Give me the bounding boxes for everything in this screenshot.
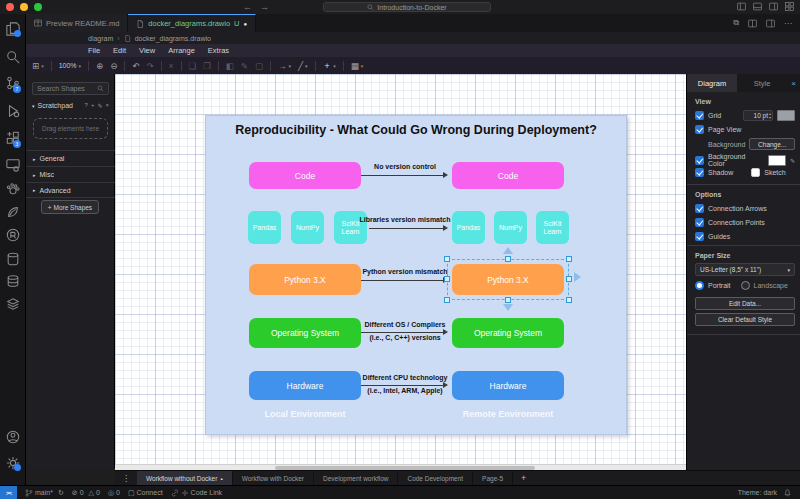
undo-button[interactable]: ↶ [132, 61, 139, 71]
zoom-window-button[interactable] [34, 3, 42, 11]
grid-size-input[interactable]: 10 pt ▴▾ [743, 110, 773, 121]
menu-arrange[interactable]: Arrange [168, 46, 195, 55]
selection-handle[interactable] [444, 276, 450, 282]
page-tab-workflow-with-docker[interactable]: Workflow with Docker [233, 471, 314, 485]
edge-python[interactable] [361, 280, 443, 281]
ports-item[interactable]: ◎ 0 [108, 489, 120, 497]
redo-button[interactable]: ↷ [146, 61, 153, 71]
search-icon[interactable] [6, 50, 20, 64]
open-changes-icon[interactable]: ⧉ [733, 18, 739, 28]
node-scikit-remote[interactable]: SciKit Learn [536, 211, 569, 244]
history-forward-icon[interactable]: → [260, 2, 269, 12]
r-language-icon[interactable] [6, 228, 20, 242]
zoom-in-button[interactable]: ⊕ [96, 61, 103, 71]
background-color-checkbox[interactable] [695, 156, 704, 165]
split-editor-icon[interactable] [748, 19, 757, 28]
edit-color-pencil-icon[interactable]: ✎ [790, 157, 795, 164]
menu-extras[interactable]: Extras [208, 46, 229, 55]
selection-handle[interactable] [566, 256, 572, 262]
scratchpad-add-icon[interactable]: + [91, 102, 95, 109]
storage-icon[interactable] [6, 274, 20, 288]
command-center-search[interactable]: Introduction-to-Docker [323, 2, 491, 12]
to-back-button[interactable]: ❐ [203, 61, 211, 71]
direction-arrow-right-icon[interactable] [574, 272, 586, 282]
add-page-button[interactable]: + [513, 471, 534, 485]
close-panel-icon[interactable]: × [791, 74, 800, 92]
selection-handle[interactable] [505, 256, 511, 262]
theme-item[interactable]: Theme: dark [738, 489, 777, 496]
breadcrumb-folder[interactable]: diagram [88, 35, 113, 42]
change-background-button[interactable]: Change... [749, 138, 795, 150]
grid-color-swatch[interactable] [777, 110, 795, 121]
database-icon[interactable] [6, 252, 20, 266]
page-tab-development-workflow[interactable]: Development workflow [314, 471, 398, 485]
tab-diagram[interactable]: Diagram [687, 74, 737, 92]
edge-label-python[interactable]: Python version mismatch [347, 268, 463, 275]
paper-size-select[interactable]: US-Letter (8,5" x 11") ▾ [695, 263, 795, 276]
breadcrumb-file[interactable]: docker_diagrams.drawio [135, 35, 211, 42]
scratchpad-edit-icon[interactable]: ✎ [97, 102, 102, 109]
section-general[interactable]: ▸ General [26, 150, 115, 166]
landscape-radio[interactable] [741, 281, 750, 290]
selection-handle[interactable] [505, 297, 511, 303]
page-tab-page-5[interactable]: Page-5 [473, 471, 513, 485]
edge-libraries[interactable] [369, 228, 443, 229]
node-python-local[interactable]: Python 3.X [249, 264, 361, 295]
layers-icon[interactable] [6, 297, 20, 311]
connection-style-dropdown[interactable]: →▾ [278, 61, 291, 71]
section-misc[interactable]: ▸ Misc [26, 166, 115, 182]
edge-label-hardware-line1[interactable]: Different CPU technology [345, 374, 465, 381]
spin-down-icon[interactable]: ▾ [769, 116, 771, 119]
account-icon[interactable] [6, 430, 20, 444]
edge-label-os-line1[interactable]: Different OS / Compliers [345, 321, 465, 328]
tab-preview-readme[interactable]: Preview README.md [26, 14, 128, 32]
edge-label-libraries[interactable]: Libraries version mismatch [342, 216, 468, 223]
tab-docker-diagrams-drawio[interactable]: docker_diagrams.drawio U ● [128, 14, 256, 32]
diagram-page[interactable]: Reproducibility - What Could Go Wrong Du… [205, 115, 627, 435]
node-numpy-remote[interactable]: NumPy [494, 211, 527, 244]
toggle-secondary-sidebar-icon[interactable] [769, 2, 778, 11]
page-view-checkbox[interactable] [695, 125, 704, 134]
shadow-button[interactable]: ▢ [255, 61, 263, 71]
insert-dropdown[interactable]: ＋▾ [323, 60, 336, 72]
node-hardware-remote[interactable]: Hardware [452, 371, 564, 400]
grid-checkbox[interactable] [695, 111, 704, 120]
run-debug-icon[interactable] [6, 104, 20, 118]
edge-os[interactable] [361, 332, 443, 333]
view-dropdown-button[interactable]: ⊞▾ [32, 61, 44, 71]
selection-handle[interactable] [566, 276, 572, 282]
edge-label-hardware-line2[interactable]: (i.e., Intel, ARM, Apple) [345, 387, 465, 394]
waypoint-style-dropdown[interactable]: ╱▾ [298, 61, 308, 71]
scratchpad-dropzone[interactable]: Drag elements here [33, 118, 108, 139]
tab-style[interactable]: Style [737, 74, 787, 92]
scratchpad-header[interactable]: ▾ Scratchpad ? + ✎ × [32, 102, 109, 109]
selection-handle[interactable] [566, 297, 572, 303]
edge-label-os-line2[interactable]: (i.e., C, C++) versions [345, 334, 465, 341]
direction-arrow-up-icon[interactable] [503, 242, 513, 254]
clear-default-style-button[interactable]: Clear Default Style [695, 313, 795, 326]
connection-arrows-checkbox[interactable] [695, 204, 704, 213]
sketch-checkbox[interactable] [751, 168, 760, 177]
selection-handle[interactable] [444, 256, 450, 262]
background-color-swatch[interactable] [768, 155, 786, 166]
selection-handle[interactable] [444, 297, 450, 303]
edit-data-button[interactable]: Edit Data... [695, 297, 795, 310]
sync-icon[interactable]: ↻ [58, 489, 64, 497]
scratchpad-help-icon[interactable]: ? [85, 102, 88, 109]
toggle-panel-icon[interactable] [753, 2, 762, 11]
notifications-bell-icon[interactable] [783, 488, 792, 497]
editor-layout-icon[interactable] [766, 19, 775, 28]
menu-view[interactable]: View [139, 46, 155, 55]
paw-extension-icon[interactable] [6, 182, 20, 196]
minimize-window-button[interactable] [20, 3, 28, 11]
page-tab-code-development[interactable]: Code Development [398, 471, 473, 485]
code-link-item[interactable]: Code Link [171, 489, 223, 497]
shadow-checkbox[interactable] [695, 168, 704, 177]
pages-menu-icon[interactable]: ⋮ [115, 471, 137, 485]
more-actions-icon[interactable]: ⋯ [784, 19, 792, 28]
delete-button[interactable]: × [169, 61, 174, 71]
node-code-local[interactable]: Code [249, 162, 361, 189]
customize-layout-icon[interactable] [785, 2, 794, 11]
zoom-out-button[interactable]: ⊖ [110, 61, 117, 71]
menu-edit[interactable]: Edit [113, 46, 126, 55]
